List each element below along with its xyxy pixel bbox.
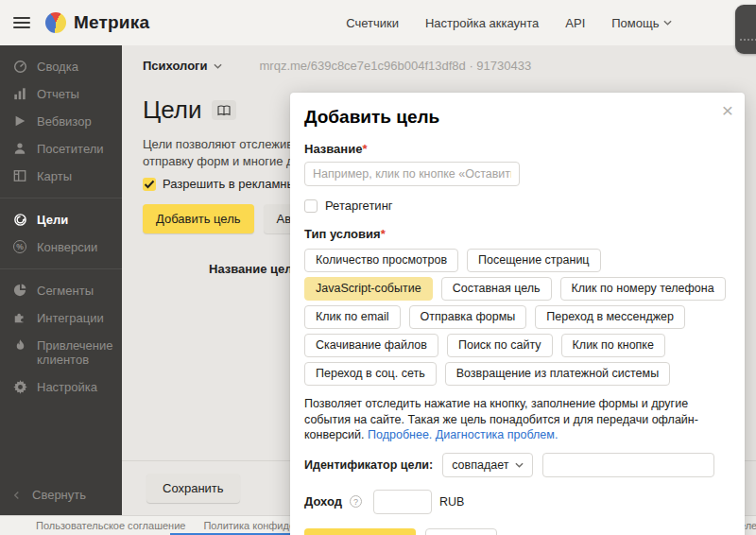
sidebar-item-label: Карты	[37, 169, 72, 183]
sidebar-item-webvisor[interactable]: Вебвизор	[0, 108, 122, 135]
close-icon[interactable]: ×	[722, 100, 733, 120]
sidebar-item-settings[interactable]: Настройка	[0, 373, 122, 401]
more-link[interactable]: Подробнее.	[368, 428, 432, 441]
retargeting-checkbox[interactable]: Ретаргетинг	[304, 198, 730, 213]
puzzle-icon	[12, 310, 27, 325]
retargeting-label: Ретаргетинг	[325, 198, 393, 213]
revenue-row: Доход ? RUB	[304, 490, 730, 514]
chip-social-network[interactable]: Переход в соц. сеть	[304, 362, 437, 386]
chip-page-visit[interactable]: Посещение страниц	[467, 249, 600, 272]
add-goal-modal: × Добавить цель Название* Ретаргетинг Ти…	[290, 93, 745, 535]
grip-dots-icon	[740, 39, 756, 41]
match-select-value: совпадает	[452, 458, 508, 472]
nav-help-label: Помощь	[611, 16, 659, 30]
sidebar-item-visitors[interactable]: Посетители	[0, 135, 122, 163]
nav-counters[interactable]: Счетчики	[346, 16, 399, 30]
sidebar-item-label: Отчеты	[37, 87, 79, 101]
chip-messenger[interactable]: Переход в мессенджер	[535, 305, 685, 329]
diagnostics-link[interactable]: Диагностика проблем.	[436, 428, 558, 441]
gauge-icon	[12, 59, 27, 74]
chip-payment-return[interactable]: Возвращение из платежной системы	[445, 362, 670, 386]
condition-label-text: Тип условия	[304, 227, 381, 241]
sidebar-item-label: Сегменты	[37, 284, 94, 298]
condition-type-chips: Количество просмотров Посещение страниц …	[304, 249, 731, 386]
checkbox-checked-icon	[143, 178, 156, 191]
modal-title: Добавить цель	[304, 107, 730, 128]
chip-phone-click[interactable]: Клик по номеру телефона	[560, 277, 726, 301]
metrika-app: Метрика Счетчики Настройка аккаунта API …	[0, 0, 756, 535]
sidebar-divider	[0, 268, 122, 269]
sidebar-item-integrations[interactable]: Интеграции	[0, 304, 122, 332]
chip-email-click[interactable]: Клик по email	[304, 305, 401, 329]
sidebar-collapse-button[interactable]: Свернуть	[12, 488, 86, 502]
chevron-down-icon	[515, 462, 524, 468]
percent-circle-icon: %	[12, 239, 27, 254]
chip-pageviews[interactable]: Количество просмотров	[304, 249, 458, 272]
nav-api[interactable]: API	[565, 16, 585, 30]
chip-file-download[interactable]: Скачивание файлов	[304, 334, 438, 357]
goal-id-label: Идентификатор цели:	[304, 458, 433, 472]
revenue-input[interactable]	[373, 490, 432, 514]
sidebar-item-label: Посетители	[37, 142, 104, 156]
brand-title[interactable]: Метрика	[74, 12, 149, 33]
chip-composite-goal[interactable]: Составная цель	[441, 277, 552, 301]
goal-id-input[interactable]	[542, 453, 714, 477]
sidebar-item-label: Интеграции	[37, 311, 104, 325]
flame-icon	[12, 337, 27, 353]
chip-javascript-event[interactable]: JavaScript-событие	[304, 277, 433, 301]
sidebar-item-label: Цели	[37, 213, 68, 227]
sidebar-item-conversions[interactable]: % Конверсии	[0, 233, 122, 261]
sidebar-item-label: Настройка	[37, 380, 97, 394]
sidebar-item-label: Вебвизор	[37, 114, 92, 129]
nav-help[interactable]: Помощь	[611, 16, 672, 30]
nav-account-settings[interactable]: Настройка аккаунта	[425, 16, 539, 30]
modal-cancel-button[interactable]: Отмена	[425, 528, 498, 535]
condition-description: Позволяет отследить нажатие на кнопку, з…	[304, 396, 731, 443]
add-goal-button[interactable]: Добавить цель	[143, 204, 254, 233]
revenue-label: Доход	[304, 494, 342, 509]
sidebar-item-label: Сводка	[37, 60, 78, 74]
required-asterisk: *	[381, 227, 386, 241]
browser-panel-handle[interactable]	[735, 5, 756, 54]
counter-selector[interactable]: Психологи	[143, 59, 222, 73]
goal-name-input[interactable]	[304, 162, 520, 186]
sidebar-item-client-acquisition[interactable]: Привлечение клиентов	[0, 332, 122, 373]
sidebar-item-reports[interactable]: Отчеты	[0, 80, 122, 108]
match-select[interactable]: совпадает	[442, 453, 533, 477]
modal-add-goal-button[interactable]: Добавить цель	[304, 528, 416, 535]
chip-button-click[interactable]: Клик по кнопке	[561, 334, 665, 357]
sidebar: Сводка Отчеты Вебвизор Посетители Карты	[0, 45, 122, 515]
sidebar-divider	[0, 198, 122, 198]
pie-chart-icon	[12, 283, 27, 298]
condition-type-label: Тип условия*	[304, 227, 730, 241]
chip-site-search[interactable]: Поиск по сайту	[447, 334, 553, 357]
chip-form-submit[interactable]: Отправка формы	[409, 305, 527, 329]
counter-name: Психологи	[143, 59, 208, 73]
breadcrumb: Психологи mrqz.me/639c8ce7e1c96b004f13df…	[122, 45, 756, 73]
name-label-text: Название	[304, 142, 362, 156]
yandex-metrika-logo-icon[interactable]	[45, 12, 66, 33]
help-question-icon[interactable]: ?	[350, 495, 362, 508]
top-navigation: Счетчики Настройка аккаунта API Помощь	[346, 16, 672, 30]
book-icon	[217, 105, 231, 116]
hamburger-menu-icon[interactable]	[13, 17, 30, 28]
play-icon	[12, 113, 27, 129]
sidebar-item-segments[interactable]: Сегменты	[0, 277, 122, 304]
sidebar-item-maps[interactable]: Карты	[0, 163, 122, 190]
help-book-button[interactable]	[212, 100, 236, 120]
name-field-label: Название*	[304, 142, 730, 156]
chevron-left-icon	[14, 491, 20, 499]
map-grid-icon	[12, 168, 27, 183]
footer-link-user-agreement[interactable]: Пользовательское соглашение	[36, 520, 185, 531]
collapse-label: Свернуть	[32, 488, 86, 502]
required-asterisk: *	[362, 142, 367, 156]
sidebar-item-label: Привлечение клиентов	[37, 338, 114, 367]
save-button[interactable]: Сохранить	[146, 474, 240, 503]
sidebar-item-summary[interactable]: Сводка	[0, 53, 122, 80]
top-header: Метрика Счетчики Настройка аккаунта API …	[0, 0, 756, 45]
chevron-down-icon	[214, 63, 222, 69]
sidebar-item-goals[interactable]: Цели	[0, 206, 122, 233]
checkbox-unchecked-icon	[304, 199, 318, 213]
chevron-down-icon	[663, 20, 672, 26]
currency-label: RUB	[439, 495, 464, 509]
